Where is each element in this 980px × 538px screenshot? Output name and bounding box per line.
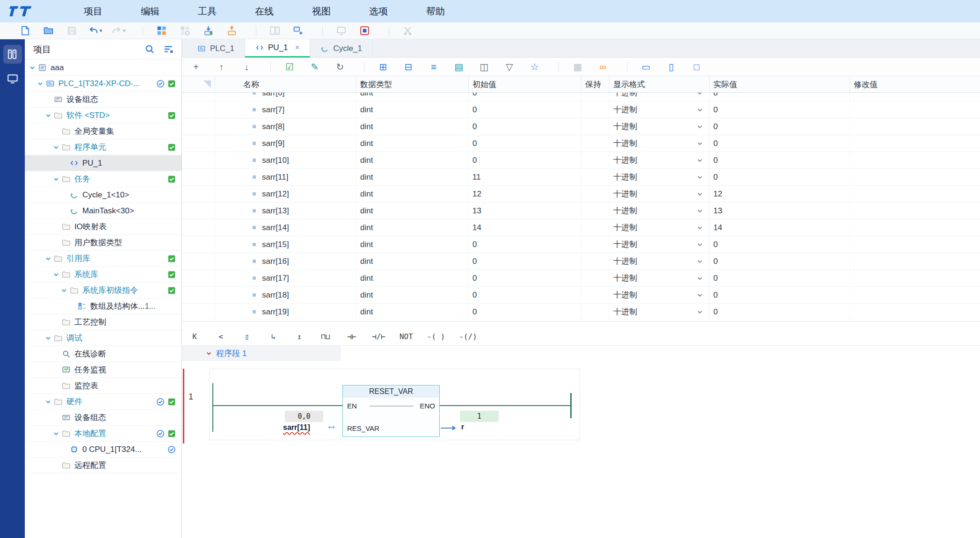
insert-contact-nc-button[interactable]: ⊣/⊢ (372, 331, 385, 343)
tree-item[interactable]: 工艺控制 (25, 314, 181, 330)
filter-table-button[interactable]: ▽ (503, 60, 516, 73)
table-row[interactable]: sarr[6]dint0十进制0 (182, 93, 980, 102)
tree-item[interactable]: 本地配置 (25, 426, 181, 442)
chevron-down-icon[interactable] (696, 140, 704, 147)
tree-item[interactable]: Cycle_1<10> (25, 187, 181, 203)
chevron-down-icon[interactable] (60, 287, 69, 294)
chevron-down-icon[interactable] (52, 271, 61, 278)
table-row[interactable]: sarr[19]dint0十进制0 (182, 304, 980, 320)
table-row[interactable]: sarr[18]dint0十进制0 (182, 287, 980, 304)
table-row[interactable]: sarr[8]dint0十进制0 (182, 118, 980, 135)
stop-plc-button[interactable] (358, 25, 370, 37)
library-manager-button[interactable] (155, 25, 167, 37)
var-name-cell[interactable]: sarr[11] (215, 169, 356, 185)
chevron-down-icon[interactable] (52, 430, 61, 437)
nav-back-button[interactable]: < (215, 331, 227, 343)
insert-coil-nc-button[interactable]: -(/) (459, 331, 477, 343)
insert-contact-button[interactable]: ⊣⊢ (346, 331, 358, 343)
input-operand[interactable]: sarr[11] (283, 423, 310, 432)
insert-row-above-button[interactable]: ⊞ (377, 60, 390, 73)
activity-project-explorer[interactable] (3, 45, 22, 64)
value-chart-button[interactable]: ◫ (478, 60, 491, 73)
tree-item[interactable]: 软件 <STD> (25, 108, 181, 124)
chevron-down-icon[interactable] (52, 175, 61, 183)
chevron-down-icon[interactable] (696, 291, 704, 299)
table-row[interactable]: sarr[10]dint0十进制0 (182, 152, 980, 169)
var-name-cell[interactable]: sarr[18] (215, 287, 356, 303)
format-dropdown[interactable]: 十进制 (610, 219, 710, 236)
tree-item[interactable]: 系统库 (25, 267, 181, 283)
upload-from-plc-button[interactable] (225, 25, 238, 37)
table-row[interactable]: sarr[14]dint14十进制14 (182, 219, 980, 236)
ladder-canvas[interactable]: 1 RESET_VAR EN ENO RES_VAR 0,0 sarr[11] … (182, 361, 980, 538)
tree-item[interactable]: 数组及结构体...1... (25, 298, 181, 314)
chevron-down-icon[interactable] (36, 80, 45, 87)
insert-network-button[interactable]: ▯ (241, 331, 253, 343)
var-name-cell[interactable]: sarr[7] (215, 102, 356, 118)
format-dropdown[interactable]: 十进制 (610, 169, 710, 185)
format-dropdown[interactable]: 十进制 (610, 287, 710, 303)
chevron-down-icon[interactable] (696, 174, 704, 181)
format-dropdown[interactable]: 十进制 (610, 236, 710, 253)
chevron-down-icon[interactable] (29, 64, 37, 72)
chevron-down-icon[interactable] (696, 241, 704, 248)
tree-item[interactable]: 用户数据类型 (25, 235, 181, 251)
table-row[interactable]: sarr[13]dint13十进制13 (182, 203, 980, 219)
maximize-editor-button[interactable]: □ (690, 60, 703, 73)
tree-item[interactable]: 0 CPU_1[T324... (25, 442, 181, 458)
tree-item[interactable]: 程序单元 (25, 139, 181, 155)
var-name-cell[interactable]: sarr[13] (215, 203, 356, 219)
nav-home-button[interactable]: K (189, 331, 201, 343)
var-name-cell[interactable]: sarr[15] (215, 236, 356, 253)
add-row-button[interactable]: + (189, 60, 203, 73)
activity-hmi-monitor[interactable] (3, 69, 22, 88)
tree-item[interactable]: MainTask<30> (25, 203, 181, 219)
table-row[interactable]: sarr[16]dint0十进制0 (182, 253, 980, 270)
close-icon[interactable]: × (295, 43, 300, 52)
var-name-cell[interactable]: sarr[9] (215, 135, 356, 152)
column-header-init[interactable]: 初始值 (469, 76, 581, 92)
chevron-down-icon[interactable] (44, 112, 53, 119)
table-row[interactable]: sarr[15]dint0十进制0 (182, 236, 980, 253)
format-dropdown[interactable]: 十进制 (610, 270, 710, 286)
tree-item[interactable]: 在线诊断 (25, 346, 181, 362)
tree-item[interactable]: 调试 (25, 330, 181, 346)
var-name-cell[interactable]: sarr[6] (215, 93, 356, 101)
chevron-down-icon[interactable] (696, 258, 704, 265)
menu-item[interactable]: 编辑 (122, 0, 179, 22)
tree-item[interactable]: 任务 (25, 171, 181, 187)
tree-item[interactable]: 设备组态 (25, 410, 181, 426)
branch-close-button[interactable]: ↥ (293, 331, 305, 343)
tree-item[interactable]: 全局变量集 (25, 124, 181, 139)
format-dropdown[interactable]: 十进制 (610, 102, 710, 118)
go-online-button[interactable] (292, 25, 304, 37)
split-vertical-button[interactable]: ▯ (665, 60, 678, 73)
tree-item[interactable]: PU_1 (25, 155, 181, 171)
menu-item[interactable]: 视图 (293, 0, 350, 22)
tree-item[interactable]: PLC_1[T324-XP-CD-... (25, 76, 181, 92)
tree-item[interactable]: 监控表 (25, 378, 181, 394)
column-header-retain[interactable]: 保持 (581, 76, 610, 92)
find-references-button[interactable]: ∞ (596, 60, 610, 73)
chevron-down-icon[interactable] (696, 123, 704, 131)
var-name-cell[interactable]: sarr[12] (215, 186, 356, 202)
sort-filter-icon[interactable] (163, 44, 174, 55)
split-horizontal-button[interactable]: ▭ (639, 60, 653, 73)
tree-item[interactable]: 远程配置 (25, 458, 181, 473)
tree-item[interactable]: 硬件 (25, 394, 181, 410)
tree-item[interactable]: 任务监视 (25, 362, 181, 378)
insert-row-below-button[interactable]: ⊟ (402, 60, 415, 73)
menu-item[interactable]: 在线 (236, 0, 293, 22)
move-up-button[interactable]: ↑ (215, 60, 228, 73)
table-row[interactable]: sarr[17]dint0十进制0 (182, 270, 980, 287)
chevron-down-icon[interactable] (696, 207, 704, 215)
var-name-cell[interactable]: sarr[19] (215, 304, 356, 320)
chevron-down-icon[interactable] (696, 157, 704, 164)
chevron-down-icon[interactable] (696, 224, 704, 232)
menu-item[interactable]: 项目 (65, 0, 122, 22)
refresh-values-button[interactable]: ↻ (334, 60, 347, 73)
format-dropdown[interactable]: 十进制 (610, 135, 710, 152)
chevron-down-icon[interactable] (696, 308, 704, 316)
column-header-actual[interactable]: 实际值 (710, 76, 850, 92)
tab-Cycle_1[interactable]: Cycle_1 (310, 39, 372, 58)
